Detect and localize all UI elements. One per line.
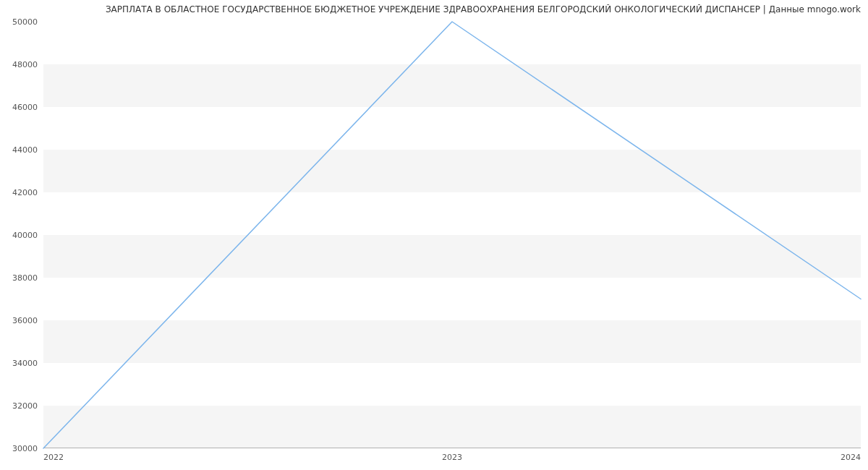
y-tick-label: 46000 [12, 103, 43, 112]
y-tick-label: 44000 [12, 145, 43, 155]
chart-title: ЗАРПЛАТА В ОБЛАСТНОЕ ГОСУДАРСТВЕННОЕ БЮД… [7, 4, 861, 14]
plot-area: 3000032000340003600038000400004200044000… [43, 22, 861, 448]
y-tick-label: 30000 [12, 444, 43, 453]
y-tick-label: 36000 [12, 316, 43, 325]
line-series [43, 22, 861, 448]
x-tick-label: 2024 [841, 448, 861, 462]
y-tick-label: 42000 [12, 188, 43, 197]
y-tick-label: 34000 [12, 359, 43, 368]
x-tick-label: 2023 [442, 448, 462, 462]
y-tick-label: 32000 [12, 401, 43, 411]
y-tick-label: 48000 [12, 60, 43, 69]
y-tick-label: 38000 [12, 273, 43, 283]
y-tick-label: 40000 [12, 231, 43, 240]
chart-container: ЗАРПЛАТА В ОБЛАСТНОЕ ГОСУДАРСТВЕННОЕ БЮД… [0, 0, 868, 470]
x-tick-label: 2022 [43, 448, 64, 462]
y-tick-label: 50000 [12, 17, 43, 27]
